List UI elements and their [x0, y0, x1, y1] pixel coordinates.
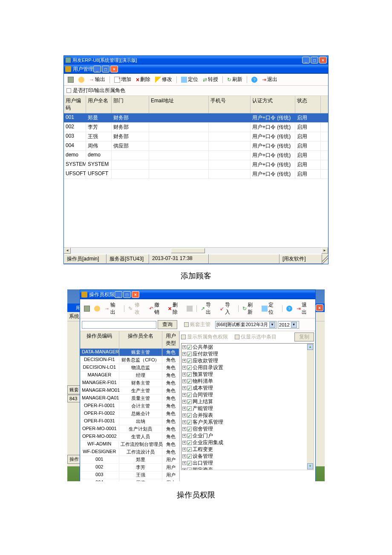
- tree-item[interactable]: +应付款管理: [182, 350, 314, 357]
- tree-item[interactable]: +合并报表: [182, 412, 314, 419]
- tree-checkbox[interactable]: [187, 447, 192, 452]
- expand-icon[interactable]: +: [182, 413, 186, 417]
- col-code[interactable]: 操作员编码: [80, 331, 119, 348]
- locate-button[interactable]: 定位: [260, 301, 280, 317]
- tree-item[interactable]: +物料清单: [182, 378, 314, 384]
- account-combo[interactable]: [668]测试帐套2012年3月▼: [215, 321, 277, 329]
- print-button[interactable]: [66, 76, 75, 84]
- minimize-button[interactable]: _: [93, 66, 101, 72]
- tree-checkbox[interactable]: [187, 358, 192, 363]
- scroll-thumb[interactable]: [171, 248, 205, 253]
- scroll-up-button[interactable]: ▲: [307, 344, 313, 350]
- tree-item[interactable]: +成本管理: [182, 384, 314, 391]
- tree-item[interactable]: +合同管理: [182, 391, 314, 398]
- table-row[interactable]: OPER-FI-0002总账会计角色: [80, 410, 179, 418]
- tree-checkbox[interactable]: [187, 461, 192, 465]
- col-auth[interactable]: 认证方式: [251, 96, 295, 113]
- table-row[interactable]: SYSTEMSYSTEM用户+口令 (传统)启用: [64, 160, 328, 170]
- refresh-button[interactable]: ↻刷新: [241, 301, 259, 317]
- minimize-button[interactable]: _: [302, 57, 310, 64]
- tree-checkbox[interactable]: [187, 386, 192, 390]
- tree-checkbox[interactable]: [187, 393, 192, 397]
- tree-item[interactable]: +固定资产: [182, 466, 314, 470]
- scroll-track[interactable]: [71, 248, 321, 254]
- tree-item[interactable]: +应收款管理: [182, 357, 314, 364]
- transfer-button[interactable]: ⇄转授: [201, 75, 220, 84]
- expand-icon[interactable]: +: [182, 441, 186, 445]
- tree-checkbox[interactable]: [187, 413, 192, 418]
- print-role-checkbox[interactable]: [66, 88, 71, 93]
- tree-item[interactable]: +工程变更: [182, 446, 314, 453]
- expand-icon[interactable]: +: [182, 407, 186, 410]
- tree-checkbox[interactable]: [187, 440, 192, 445]
- tree-checkbox[interactable]: [187, 468, 192, 471]
- table-row[interactable]: 004周伟供应部用户+口令 (传统)启用: [64, 142, 328, 151]
- menu-system[interactable]: 系统: [69, 313, 79, 319]
- expand-icon[interactable]: +: [182, 448, 186, 451]
- table-row[interactable]: WF-ADMIN工作流控制台管理员角色: [80, 441, 179, 448]
- tree-checkbox[interactable]: [187, 345, 192, 350]
- expand-icon[interactable]: +: [182, 345, 186, 349]
- table-row[interactable]: 003王强财务部用户+口令 (传统)启用: [64, 132, 328, 142]
- tree-item[interactable]: +企业门户: [182, 432, 314, 439]
- side-tab-843[interactable]: 843: [67, 395, 81, 402]
- col-name[interactable]: 操作员全名: [119, 331, 163, 348]
- year-combo[interactable]: 2012▼: [278, 321, 299, 329]
- table-row[interactable]: 001郑昱财务部用户+口令 (传统)启用: [64, 113, 328, 123]
- scroll-down-button[interactable]: ▼: [307, 463, 313, 469]
- scroll-right-button[interactable]: ►: [321, 248, 328, 254]
- import-button[interactable]: ↙导入: [218, 301, 236, 317]
- exit-button[interactable]: ⇥退出: [260, 75, 279, 84]
- tree-checkbox[interactable]: [187, 352, 192, 356]
- tree-item[interactable]: +宿舍管理: [182, 425, 314, 432]
- col-code[interactable]: 用户编码: [64, 96, 86, 113]
- expand-icon[interactable]: +: [182, 400, 186, 404]
- titlebar[interactable]: 操作员权限 _ □ ×: [80, 290, 315, 299]
- table-row[interactable]: DECISION-LO1物流总监角色: [80, 364, 179, 372]
- refresh-button[interactable]: ↻刷新: [225, 75, 244, 84]
- table-row[interactable]: 003王强用户: [80, 471, 179, 479]
- tree-item[interactable]: +公共单据: [182, 344, 314, 350]
- expand-icon[interactable]: +: [182, 454, 186, 458]
- expand-icon[interactable]: +: [182, 461, 186, 465]
- expand-icon[interactable]: +: [182, 359, 186, 363]
- col-name[interactable]: 用户全名: [86, 96, 112, 113]
- table-row[interactable]: OPER-FI-0031出纳角色: [80, 418, 179, 425]
- table-row[interactable]: 001郑昱用户: [80, 456, 179, 464]
- table-row[interactable]: 004周伟用户: [80, 479, 179, 481]
- tree-checkbox[interactable]: [187, 406, 192, 411]
- horizontal-scrollbar[interactable]: ◄ ►: [64, 247, 328, 254]
- table-row[interactable]: DECISION-FI1财务总监（CFO）角色: [80, 356, 179, 364]
- tree-item[interactable]: +企业应用集成: [182, 439, 314, 446]
- table-row[interactable]: 002李芳用户: [80, 464, 179, 471]
- tree-checkbox[interactable]: [187, 379, 192, 384]
- tree-item[interactable]: +产能管理: [182, 405, 314, 412]
- close-button[interactable]: ×: [132, 291, 139, 298]
- table-row[interactable]: MANAGER经理角色: [80, 372, 179, 379]
- col-type[interactable]: 用户类型: [162, 331, 179, 348]
- help-button[interactable]: ?: [285, 305, 294, 312]
- tree-item[interactable]: +公用目录设置: [182, 364, 314, 371]
- expand-icon[interactable]: +: [182, 420, 186, 424]
- print-button[interactable]: [82, 305, 92, 312]
- table-row[interactable]: MANAGER-FI01财务主管角色: [80, 379, 179, 387]
- table-row[interactable]: 002李芳财务部用户+口令 (传统)启用: [64, 123, 328, 132]
- expand-icon[interactable]: +: [182, 434, 186, 438]
- tree-checkbox[interactable]: [187, 399, 192, 404]
- col-phone[interactable]: 手机号: [209, 96, 251, 113]
- tree-item[interactable]: +客户关系管理: [182, 419, 314, 425]
- scroll-left-button[interactable]: ◄: [64, 248, 71, 254]
- output-button[interactable]: →输出: [103, 301, 122, 317]
- tree-checkbox[interactable]: [187, 372, 192, 377]
- locate-button[interactable]: 定位: [179, 75, 200, 84]
- tree-item[interactable]: +出口管理: [182, 460, 314, 466]
- permission-tree[interactable]: +公共单据+应付款管理+应收款管理+公用目录设置+预算管理+物料清单+成本管理+…: [181, 343, 314, 470]
- table-row[interactable]: DATA-MANAGER账套主管角色: [80, 349, 179, 356]
- col-email[interactable]: Email地址: [149, 96, 209, 113]
- tree-checkbox[interactable]: [187, 365, 192, 370]
- tree-checkbox[interactable]: [187, 454, 192, 459]
- table-row[interactable]: OPER-MO-0001生产计划员角色: [80, 425, 179, 433]
- delete-button[interactable]: ×删除: [134, 75, 152, 84]
- maximize-button[interactable]: □: [311, 57, 318, 64]
- col-status[interactable]: 状态: [295, 96, 321, 113]
